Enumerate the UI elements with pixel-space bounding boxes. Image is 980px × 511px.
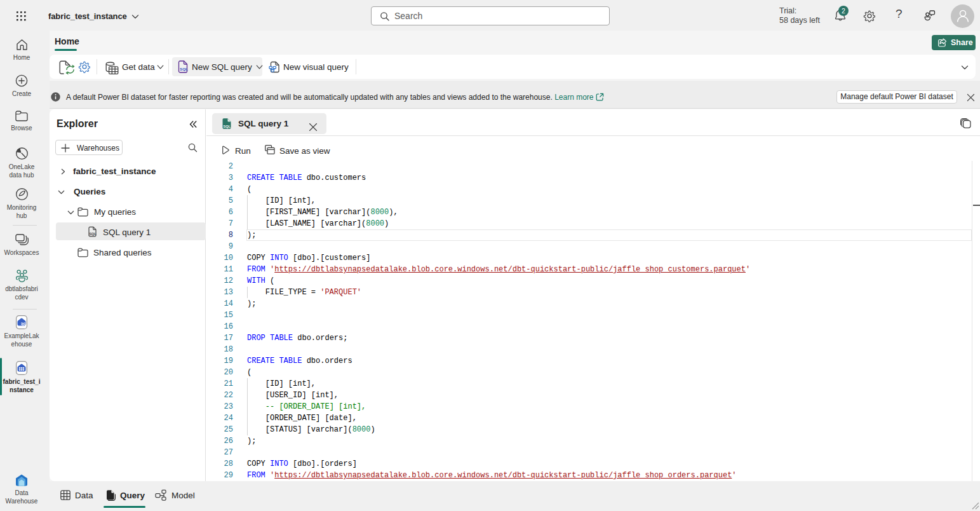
svg-text:SQL: SQL [90,232,97,236]
svg-text:SQL: SQL [224,125,231,128]
svg-text:SQL: SQL [180,67,188,71]
